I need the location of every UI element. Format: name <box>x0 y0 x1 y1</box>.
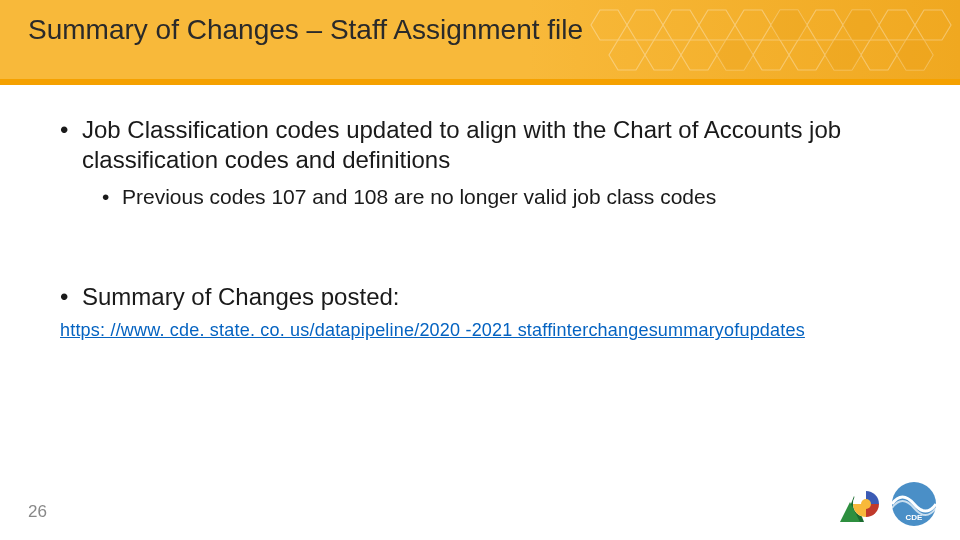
subbullet-previous-codes: Previous codes 107 and 108 are no longer… <box>60 183 900 210</box>
svg-marker-10 <box>609 40 645 70</box>
footer-logos: CDE <box>836 480 938 528</box>
slide-title: Summary of Changes – Staff Assignment fi… <box>28 14 583 46</box>
svg-marker-9 <box>915 10 951 40</box>
svg-point-27 <box>861 499 871 509</box>
svg-marker-19 <box>771 10 807 40</box>
svg-text:CDE: CDE <box>906 513 924 522</box>
content-area: Job Classification codes updated to alig… <box>60 115 900 341</box>
link-line: https: //www. cde. state. co. us/datapip… <box>60 320 900 341</box>
svg-marker-15 <box>789 40 825 70</box>
page-number: 26 <box>28 502 47 522</box>
svg-marker-2 <box>663 10 699 40</box>
svg-marker-0 <box>591 10 627 40</box>
svg-marker-17 <box>861 40 897 70</box>
colorado-logo-icon <box>836 482 880 526</box>
svg-marker-12 <box>681 40 717 70</box>
svg-marker-14 <box>753 40 789 70</box>
svg-marker-6 <box>807 10 843 40</box>
svg-marker-22 <box>825 40 861 70</box>
header-hex-pattern <box>580 0 960 85</box>
bullet-summary-posted: Summary of Changes posted: <box>60 282 900 312</box>
summary-link[interactable]: https: //www. cde. state. co. us/datapip… <box>60 320 805 340</box>
cde-logo-icon: CDE <box>890 480 938 528</box>
hexagon-pattern-icon <box>580 0 960 85</box>
svg-marker-4 <box>735 10 771 40</box>
svg-marker-3 <box>699 10 735 40</box>
svg-marker-11 <box>645 40 681 70</box>
svg-marker-8 <box>879 10 915 40</box>
spacer <box>60 210 900 282</box>
svg-marker-20 <box>843 10 879 40</box>
svg-marker-1 <box>627 10 663 40</box>
header-underline <box>0 79 960 85</box>
bullet-job-classification: Job Classification codes updated to alig… <box>60 115 900 175</box>
svg-marker-21 <box>717 40 753 70</box>
svg-marker-23 <box>897 40 933 70</box>
